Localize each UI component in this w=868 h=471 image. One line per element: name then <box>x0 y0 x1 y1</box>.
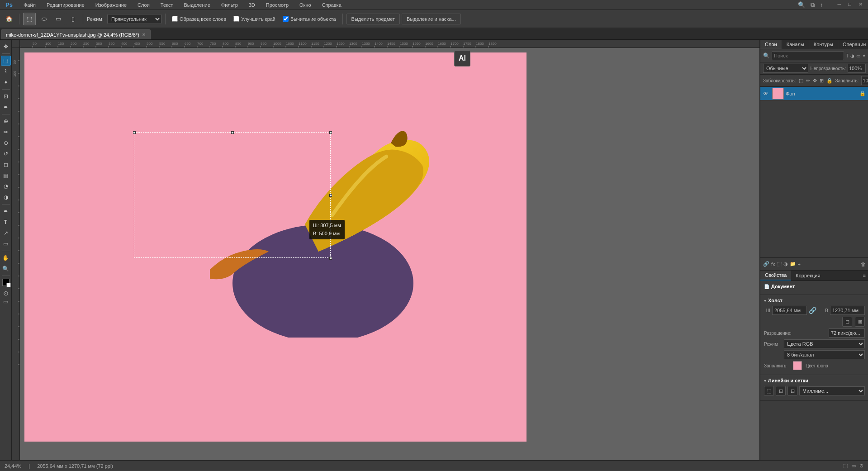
shape-btn[interactable]: ▭ <box>1 239 11 249</box>
select-subject-btn[interactable]: Выделить предмет <box>346 14 400 24</box>
handle-tr[interactable] <box>329 131 332 134</box>
single-col-btn[interactable]: ▯ <box>66 13 79 25</box>
props-tab-properties[interactable]: Свойства <box>760 271 791 281</box>
handle-tm[interactable] <box>231 131 234 134</box>
select-mask-btn[interactable]: Выделение и наска... <box>402 14 461 24</box>
lasso-tool-btn[interactable]: ⌇ <box>1 67 11 76</box>
foreground-color[interactable] <box>2 279 9 286</box>
improve-edge-checkbox[interactable] <box>233 16 239 22</box>
grid-section-header[interactable]: ▾ Линейки и сетки <box>764 378 865 383</box>
layer-fx-btn[interactable]: fx <box>771 262 775 267</box>
menu-filter[interactable]: Фильтр <box>219 1 240 9</box>
screen-mode-btn[interactable]: ▭ <box>3 299 8 305</box>
path-select-btn[interactable]: ↗ <box>1 228 11 238</box>
add-mask-btn[interactable]: ⬚ <box>777 261 782 267</box>
guides-icon-btn[interactable]: ⊟ <box>787 386 797 396</box>
canvas-width-value[interactable]: 2055,64 мм <box>772 306 807 315</box>
gradient-btn[interactable]: ▦ <box>1 171 11 181</box>
document-section-header[interactable]: 📄 Документ <box>764 284 865 289</box>
tab-channels[interactable]: Каналы <box>782 40 809 49</box>
opacity-input[interactable] <box>848 64 866 73</box>
status-icon-2[interactable]: ▭ <box>851 463 856 469</box>
brush-btn[interactable]: ✏ <box>1 127 11 137</box>
add-layer-btn[interactable]: + <box>798 262 801 267</box>
text-btn[interactable]: T <box>1 217 11 227</box>
add-group-btn[interactable]: 📁 <box>790 261 796 267</box>
lock-all-btn[interactable]: 🔒 <box>826 78 833 84</box>
menu-window[interactable]: Окно <box>298 1 313 9</box>
handle-br[interactable] <box>329 257 332 260</box>
layer-visibility-icon[interactable]: 👁 <box>763 90 770 97</box>
layers-search-input[interactable] <box>772 51 844 60</box>
filter-shape-icon[interactable]: ▭ <box>856 53 860 58</box>
magic-wand-btn[interactable]: ✦ <box>1 77 11 87</box>
tab-actions[interactable]: Операции <box>838 40 868 49</box>
maximize-btn[interactable]: □ <box>846 0 853 10</box>
filter-type-icon[interactable]: T <box>846 53 849 58</box>
healing-btn[interactable]: ⊕ <box>1 116 11 126</box>
subtract-checkbox[interactable] <box>283 16 289 22</box>
handle-tl[interactable] <box>133 131 136 134</box>
resolution-value[interactable]: 72 пикс/дю... <box>829 328 865 338</box>
clone-btn[interactable]: ⊙ <box>1 138 11 148</box>
add-adjustment-btn[interactable]: ◑ <box>783 261 788 267</box>
status-zoom[interactable]: 24,44% <box>5 463 21 469</box>
menu-file[interactable]: Файл <box>22 1 38 9</box>
eyedropper-btn[interactable]: ✒ <box>1 102 11 112</box>
resize-image-btn[interactable]: ⊠ <box>855 317 865 327</box>
lock-artboard-btn[interactable]: ⊞ <box>820 78 824 84</box>
canvas-area[interactable]: 50 100 150 200 250 300 350 400 4 <box>12 40 759 460</box>
filter-adj-icon[interactable]: ◑ <box>850 53 854 58</box>
mode-select[interactable]: Прямоугольник Эллипс <box>107 14 161 24</box>
menu-help[interactable]: Справка <box>320 1 343 9</box>
link-proportions-icon[interactable]: 🔗 <box>809 307 816 314</box>
crop-tool-btn[interactable]: ⊡ <box>1 91 11 101</box>
pen-btn[interactable]: ✒ <box>1 206 11 216</box>
status-icon-1[interactable]: ⬚ <box>843 463 848 469</box>
menu-3d[interactable]: 3D <box>247 1 257 9</box>
menu-image[interactable]: Изображение <box>94 1 128 9</box>
minimize-btn[interactable]: ─ <box>836 0 843 10</box>
document-tab[interactable]: mike-dorner-sf_1ZDA1YFw-unsplash.jpg @ 2… <box>1 29 151 39</box>
menu-select[interactable]: Выделение <box>182 1 212 9</box>
delete-layer-btn[interactable]: 🗑 <box>861 262 866 267</box>
close-btn[interactable]: ✕ <box>857 0 864 10</box>
props-tab-correction[interactable]: Коррекция <box>791 271 825 280</box>
menu-text[interactable]: Текст <box>159 1 175 9</box>
handle-mr[interactable] <box>329 194 332 197</box>
blend-mode-select[interactable]: Обычные <box>763 64 808 73</box>
ruler-icon-btn[interactable]: ⬚ <box>764 386 774 396</box>
menu-view[interactable]: Просмотр <box>264 1 290 9</box>
sample-all-checkbox[interactable] <box>172 16 178 22</box>
layer-item-bg[interactable]: 👁 Фон 🔒 <box>760 87 868 100</box>
arrange-icon[interactable]: ⧉ <box>809 0 816 10</box>
unit-select[interactable]: Миллиме... <box>799 386 865 395</box>
color-mode-select[interactable]: Цвета RGB <box>784 339 865 348</box>
bit-depth-select[interactable]: 8 бит/канал <box>784 350 865 359</box>
grid-icon-btn[interactable]: ⊞ <box>776 386 786 396</box>
share-icon[interactable]: ↑ <box>818 0 825 10</box>
menu-layers[interactable]: Слои <box>136 1 152 9</box>
history-brush-btn[interactable]: ↺ <box>1 149 11 159</box>
dodge-btn[interactable]: ◑ <box>1 192 11 202</box>
canvas-section-header[interactable]: ▾ Холст <box>764 298 865 303</box>
status-icon-3[interactable]: ⊙ <box>859 463 863 469</box>
menu-edit[interactable]: Редактирование <box>45 1 86 9</box>
props-panel-menu-btn[interactable]: ≡ <box>863 273 868 278</box>
quick-mask-btn[interactable]: ⊙ <box>3 290 9 297</box>
hand-btn[interactable]: ✋ <box>1 253 11 263</box>
lock-position-btn[interactable]: ✥ <box>813 78 817 84</box>
search-icon-top[interactable]: 🔍 <box>796 0 807 10</box>
lock-image-btn[interactable]: ✏ <box>806 78 810 84</box>
single-row-btn[interactable]: ▭ <box>52 13 65 25</box>
tab-layers[interactable]: Слои <box>760 40 782 49</box>
canvas-height-value[interactable]: 1270,71 мм <box>830 306 865 315</box>
tab-paths[interactable]: Контуры <box>809 40 838 49</box>
lock-transparent-btn[interactable]: ⬚ <box>799 78 803 84</box>
canvas-content[interactable]: Ш: 807,5 мм В: 500,9 мм Al <box>20 48 759 460</box>
zoom-btn[interactable]: 🔍 <box>1 264 11 274</box>
eraser-btn[interactable]: ◻ <box>1 160 11 170</box>
move-tool-btn[interactable]: ✥ <box>1 42 11 52</box>
blur-btn[interactable]: ◔ <box>1 181 11 191</box>
rectangular-marquee-btn[interactable]: ⬚ <box>23 13 36 25</box>
